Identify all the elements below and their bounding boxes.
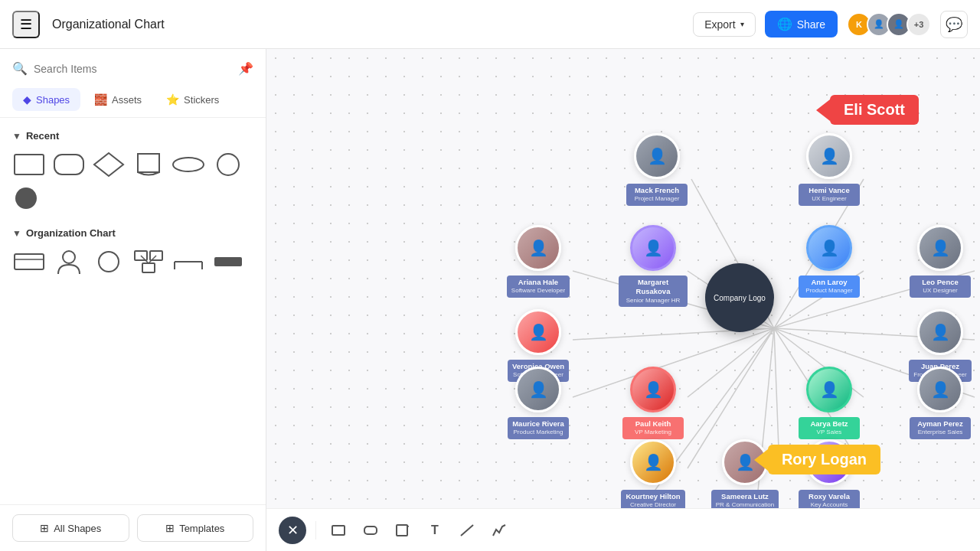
label-ariana-hale: Ariana Hale Software Developer (507, 276, 570, 298)
toolbar-rectangle-btn[interactable] (325, 517, 351, 543)
menu-button[interactable]: ☰ (12, 11, 40, 38)
shape-diamond[interactable] (92, 151, 126, 178)
avatar-margaret-rusakova: 👤 (630, 225, 676, 271)
org-shape-circle-outline[interactable] (92, 248, 126, 276)
templates-label: Templates (179, 523, 224, 534)
canvas[interactable]: Company Logo 👤 Mack French Project Manag… (266, 49, 980, 551)
person-kourtney-hilton[interactable]: 👤 Kourtney Hilton Creative Director (619, 439, 688, 512)
recent-section-header[interactable]: ▼ Recent (0, 124, 266, 148)
org-shape-card[interactable] (12, 248, 46, 276)
person-margaret-rusakova[interactable]: 👤 Margaret Rusakova Senior Manager HR (619, 225, 688, 307)
all-shapes-button[interactable]: ⊞ All Shapes (12, 514, 129, 542)
svg-line-28 (688, 328, 774, 397)
svg-rect-0 (15, 155, 44, 174)
org-shapes-grid (0, 245, 266, 285)
org-shape-bar[interactable] (211, 248, 245, 276)
person-aarya-betz[interactable]: 👤 Aarya Betz VP Sales (795, 367, 864, 439)
collaborator-avatars: K 👤 👤 +3 (847, 12, 931, 37)
person-maurice-rivera[interactable]: 👤 Maurice Rivera Product Marketing (504, 367, 573, 439)
tab-assets[interactable]: 🧱 Assets (83, 88, 152, 111)
label-maurice-rivera: Maurice Rivera Product Marketing (508, 417, 569, 439)
tab-shapes[interactable]: ◆ Shapes (12, 88, 80, 111)
org-shape-box[interactable] (132, 248, 165, 276)
svg-rect-12 (142, 263, 155, 272)
svg-line-39 (461, 525, 473, 536)
comment-button[interactable]: 💬 (940, 11, 968, 38)
chevron-down-icon: ▾ (740, 20, 744, 28)
shape-filled-circle[interactable] (12, 184, 46, 212)
svg-point-5 (15, 187, 37, 209)
all-shapes-label: All Shapes (54, 523, 101, 534)
search-input[interactable] (34, 63, 232, 75)
person-ayman-perez[interactable]: 👤 Ayman Perez Enterprise Sales (906, 367, 975, 439)
svg-point-8 (63, 251, 75, 263)
person-leo-pence[interactable]: 👤 Leo Pence UX Designer (906, 225, 975, 298)
shape-rectangle[interactable] (12, 151, 46, 178)
callout-rory-logan-label: Rory Logan (782, 451, 867, 468)
avatar-mack-french: 👤 (634, 133, 680, 179)
bottom-toolbar: ✕ T (266, 508, 980, 551)
label-ann-laroy: Ann Laroy Product Manager (799, 276, 860, 298)
tab-shapes-label: Shapes (36, 94, 70, 106)
person-paul-keith[interactable]: 👤 Paul Keith VP Marketing (619, 367, 688, 439)
export-label: Export (704, 18, 735, 31)
avatar-ann-laroy: 👤 (806, 225, 852, 271)
label-paul-keith: Paul Keith VP Marketing (622, 417, 684, 439)
company-logo-node[interactable]: Company Logo (705, 263, 774, 332)
toolbar-note-btn[interactable] (390, 517, 416, 543)
shape-document[interactable] (132, 151, 165, 178)
person-mack-french[interactable]: 👤 Mack French Project Manager (622, 133, 691, 206)
avatar-aarya-betz: 👤 (806, 367, 852, 412)
label-aarya-betz: Aarya Betz VP Sales (799, 417, 860, 439)
shape-circle[interactable] (211, 151, 245, 178)
avatar-more: +3 (906, 12, 931, 37)
recent-shapes-grid (0, 148, 266, 221)
pin-icon[interactable]: 📌 (238, 61, 253, 76)
org-shape-line[interactable] (172, 248, 205, 276)
person-ann-laroy[interactable]: 👤 Ann Laroy Product Manager (795, 225, 864, 298)
grid-icon: ⊞ (40, 522, 49, 534)
close-button[interactable]: ✕ (279, 517, 306, 544)
sidebar-bottom-buttons: ⊞ All Shapes ⊞ Templates (0, 504, 266, 551)
assets-icon: 🧱 (94, 93, 107, 106)
avatar-juan-perez: 👤 (917, 309, 963, 355)
toolbar-rounded-rect-btn[interactable] (358, 517, 384, 543)
tab-stickers[interactable]: ⭐ Stickers (155, 88, 230, 111)
share-label: Share (797, 18, 825, 31)
templates-icon: ⊞ (165, 522, 175, 534)
callout-rory-logan: Rory Logan (768, 445, 880, 474)
org-shape-person[interactable] (52, 248, 86, 276)
avatar-maurice-rivera: 👤 (515, 367, 561, 412)
label-hemi-vance: Hemi Vance UX Engineer (799, 184, 860, 206)
divider-1 (0, 117, 266, 118)
toolbar-pen-btn[interactable] (486, 517, 512, 543)
org-section-title: Organization Chart (26, 227, 116, 239)
stickers-icon: ⭐ (166, 93, 179, 106)
search-bar: 🔍 📌 (0, 49, 266, 82)
org-toggle-icon: ▼ (12, 228, 21, 239)
svg-point-9 (99, 252, 119, 272)
recent-section-title: Recent (26, 130, 59, 142)
toolbar-text-btn[interactable]: T (422, 517, 448, 543)
org-section-header[interactable]: ▼ Organization Chart (0, 221, 266, 245)
share-button[interactable]: 🌐 Share (765, 11, 838, 37)
shape-rounded-rectangle[interactable] (52, 151, 86, 178)
export-button[interactable]: Export ▾ (693, 12, 755, 37)
person-hemi-vance[interactable]: 👤 Hemi Vance UX Engineer (795, 133, 864, 206)
avatar-hemi-vance: 👤 (806, 133, 852, 179)
person-ariana-hale[interactable]: 👤 Ariana Hale Software Developer (504, 225, 573, 298)
toolbar-line-btn[interactable] (454, 517, 480, 543)
recent-toggle-icon: ▼ (12, 131, 21, 142)
svg-rect-37 (364, 527, 377, 534)
callout-eli-scott: Eli Scott (830, 95, 919, 125)
label-margaret-rusakova: Margaret Rusakova Senior Manager HR (619, 276, 688, 307)
avatar-kourtney-hilton: 👤 (630, 439, 676, 485)
toolbar-divider-1 (315, 521, 316, 540)
company-logo-label: Company Logo (714, 294, 766, 302)
shape-ellipse-wide[interactable] (172, 151, 205, 178)
svg-point-3 (173, 158, 204, 171)
svg-marker-2 (94, 153, 123, 176)
tab-assets-label: Assets (112, 94, 142, 106)
templates-button[interactable]: ⊞ Templates (137, 514, 254, 542)
avatar-paul-keith: 👤 (630, 367, 676, 412)
